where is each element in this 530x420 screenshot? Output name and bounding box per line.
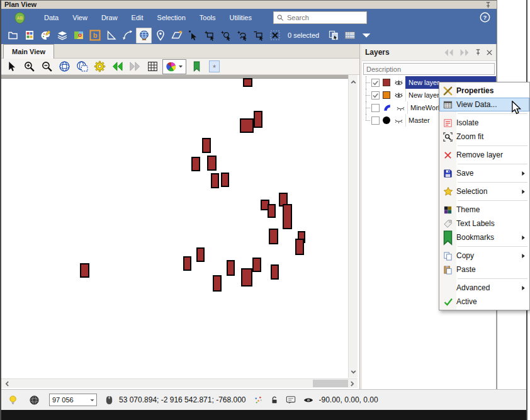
search-input[interactable] — [286, 13, 364, 22]
globe-view-icon[interactable] — [136, 28, 152, 43]
context-menu-item-zoom-fit[interactable]: Zoom fit — [439, 130, 529, 144]
scroll-down-icon[interactable] — [350, 368, 357, 375]
layer-swatch[interactable] — [383, 103, 392, 113]
menu-item-selection[interactable]: Selection — [150, 11, 193, 25]
menu-item-utilities[interactable]: Utilities — [223, 11, 259, 25]
map-icon[interactable] — [70, 28, 86, 43]
previous-view-icon[interactable] — [110, 60, 125, 74]
eye-closed-icon[interactable] — [393, 116, 404, 125]
mine-working-rect[interactable] — [80, 263, 89, 278]
mine-working-rect[interactable] — [283, 204, 292, 229]
layer-swatch[interactable] — [383, 116, 390, 124]
layer-swatch[interactable] — [383, 91, 390, 99]
context-menu-item-save[interactable]: Save — [439, 166, 529, 180]
layers-stack-icon[interactable] — [54, 28, 70, 43]
cursor-icon[interactable] — [4, 60, 19, 74]
menu-item-edit[interactable]: Edit — [125, 11, 150, 25]
section-legend-icon[interactable] — [342, 28, 358, 43]
mine-working-rect[interactable] — [240, 118, 254, 133]
layer-checkbox[interactable] — [371, 104, 380, 112]
context-menu-item-remove-layer[interactable]: Remove layer — [439, 148, 529, 162]
set-square-icon[interactable] — [103, 28, 119, 43]
plane-icon[interactable] — [169, 28, 184, 43]
context-menu-item-paste[interactable]: Paste — [439, 263, 529, 276]
select-arrow-icon[interactable] — [185, 28, 201, 43]
annotation-asterisk-button[interactable]: * — [209, 60, 220, 72]
mine-working-rect[interactable] — [271, 264, 279, 280]
mine-working-rect[interactable] — [268, 204, 276, 218]
context-menu-item-properties[interactable]: Properties — [439, 84, 529, 98]
layers-filter-box[interactable] — [363, 63, 495, 75]
mine-working-rect[interactable] — [254, 111, 262, 128]
globe-fit-icon[interactable] — [57, 60, 72, 74]
panel-previous-icon[interactable] — [443, 48, 454, 57]
globe-status-icon[interactable] — [29, 395, 40, 406]
grid-icon[interactable] — [145, 60, 160, 74]
search-box[interactable] — [273, 11, 367, 24]
layer-checkbox[interactable] — [371, 79, 380, 87]
pin-icon[interactable] — [485, 1, 492, 9]
rect-select-add-icon[interactable] — [201, 28, 217, 43]
rect-deselect-icon[interactable] — [251, 28, 266, 43]
scrollbar-thumb[interactable] — [313, 380, 348, 387]
mine-working-rect[interactable] — [196, 247, 205, 262]
report-icon[interactable] — [21, 28, 37, 43]
open-folder-icon[interactable] — [5, 28, 21, 43]
lasso-select-add-icon[interactable] — [234, 28, 250, 43]
mine-working-rect[interactable] — [191, 157, 200, 171]
mine-working-rect[interactable] — [207, 156, 217, 171]
display-limits-icon[interactable] — [162, 59, 186, 74]
menu-item-data[interactable]: Data — [37, 11, 65, 25]
clear-selection-icon[interactable] — [267, 28, 283, 43]
layer-checkbox[interactable] — [371, 116, 380, 125]
map-pin-icon[interactable] — [152, 28, 168, 43]
mine-working-rect[interactable] — [211, 173, 219, 188]
scroll-right-icon[interactable] — [349, 380, 356, 387]
context-menu-item-bookmarks[interactable]: Bookmarks — [439, 230, 529, 244]
tab-main-view[interactable]: Main View — [3, 44, 54, 59]
layer-swatch[interactable] — [383, 79, 390, 86]
help-icon[interactable]: ? — [480, 12, 490, 23]
mine-working-rect[interactable] — [213, 275, 222, 292]
context-menu-item-theme[interactable]: Theme — [439, 203, 529, 217]
mine-working-rect[interactable] — [252, 258, 261, 272]
dropdown-caret-icon[interactable] — [358, 28, 374, 43]
settings-gear-icon[interactable] — [92, 60, 107, 74]
globe-window-icon[interactable] — [74, 60, 89, 74]
mine-working-rect[interactable] — [183, 256, 191, 271]
context-menu-item-selection[interactable]: Selection — [439, 184, 529, 198]
copy-view-icon[interactable] — [325, 28, 341, 43]
eye-closed-icon[interactable] — [395, 104, 406, 112]
scroll-up-icon[interactable] — [350, 79, 357, 86]
close-icon[interactable] — [486, 49, 493, 56]
circle-select-add-icon[interactable] — [218, 28, 234, 43]
menu-item-tools[interactable]: Tools — [193, 11, 223, 25]
panel-next-icon[interactable] — [459, 48, 470, 57]
next-view-icon[interactable] — [127, 60, 142, 74]
layer-checkbox[interactable] — [371, 91, 380, 99]
horizontal-scrollbar[interactable] — [1, 378, 358, 388]
pin-icon[interactable] — [475, 48, 482, 56]
bookmark-icon[interactable] — [189, 60, 204, 74]
menu-item-view[interactable]: View — [65, 11, 94, 25]
eye-open-icon[interactable] — [393, 79, 404, 87]
mine-working-rect[interactable] — [202, 138, 211, 153]
context-menu-item-advanced[interactable]: Advanced — [439, 281, 529, 295]
lock-open-icon[interactable] — [270, 395, 279, 405]
vertical-scrollbar[interactable] — [348, 75, 358, 378]
map-canvas[interactable]: y x z 2km — [1, 75, 348, 378]
arc-measure-icon[interactable] — [120, 28, 135, 43]
eye-open-icon[interactable] — [393, 91, 404, 99]
mine-working-rect[interactable] — [269, 229, 278, 244]
palette-icon[interactable] — [38, 28, 54, 43]
zoom-out-icon[interactable] — [39, 60, 54, 74]
mine-working-rect[interactable] — [227, 260, 235, 276]
mine-working-rect[interactable] — [221, 173, 229, 187]
scroll-left-icon[interactable] — [4, 380, 11, 387]
context-menu-item-active[interactable]: Active — [439, 295, 529, 309]
mine-working-rect[interactable] — [295, 239, 304, 255]
zoom-in-icon[interactable] — [21, 60, 37, 74]
mine-working-rect[interactable] — [243, 78, 252, 87]
tooltip-icon[interactable] — [286, 395, 296, 405]
layers-filter-input[interactable] — [364, 65, 481, 74]
